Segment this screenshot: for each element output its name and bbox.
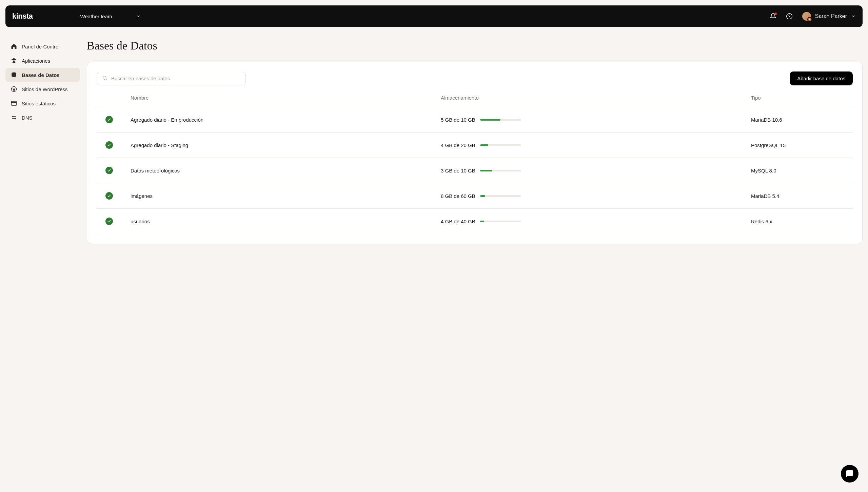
card-header: Añadir base de datos — [97, 71, 853, 85]
status-ok-icon — [105, 218, 113, 225]
db-name: usuarios — [131, 219, 441, 224]
svg-rect-4 — [12, 101, 17, 105]
db-type: MariaDB 5.4 — [751, 193, 853, 199]
storage-text: 3 GB de 10 GB — [441, 168, 475, 173]
sidebar-item-dashboard[interactable]: Panel de Control — [5, 39, 80, 54]
db-type: MySQL 8.0 — [751, 168, 853, 173]
sidebar-item-label: Bases de Datos — [22, 72, 60, 78]
progress-fill — [480, 170, 492, 171]
sidebar-item-label: Aplicaciones — [22, 58, 50, 64]
browser-icon — [11, 100, 17, 106]
topbar: kinsta Weather team Sarah Parker — [5, 5, 863, 27]
storage-cell: 4 GB de 20 GB — [441, 142, 751, 148]
storage-cell: 8 GB de 60 GB — [441, 193, 751, 199]
table-row[interactable]: Datos meteorológicos 3 GB de 10 GB MySQL… — [97, 158, 853, 183]
sidebar-item-label: Panel de Control — [22, 44, 60, 49]
page-title: Bases de Datos — [87, 39, 863, 52]
wordpress-icon — [11, 86, 17, 92]
svg-line-11 — [106, 79, 107, 80]
db-type: Redis 6.x — [751, 219, 853, 224]
svg-point-10 — [103, 76, 106, 79]
databases-table: Nombre Almacenamiento Tipo Agregado diar… — [97, 95, 853, 234]
col-type: Tipo — [751, 95, 853, 101]
sidebar-item-dns[interactable]: DNS — [5, 110, 80, 125]
table-header: Nombre Almacenamiento Tipo — [97, 95, 853, 107]
status-ok-icon — [105, 116, 113, 123]
search-input[interactable] — [111, 76, 240, 81]
add-database-button[interactable]: Añadir base de datos — [790, 71, 853, 85]
notification-dot-icon — [774, 13, 777, 15]
sidebar-item-label: Sitios estáticos — [22, 101, 56, 106]
sidebar-item-databases[interactable]: Bases de Datos — [5, 68, 80, 82]
storage-cell: 3 GB de 10 GB — [441, 168, 751, 173]
progress-bar — [480, 221, 521, 222]
sidebar-item-applications[interactable]: Aplicaciones — [5, 54, 80, 68]
team-selector[interactable]: Weather team — [80, 14, 141, 19]
user-menu[interactable]: Sarah Parker — [802, 12, 856, 21]
dns-icon — [11, 115, 17, 121]
storage-text: 4 GB de 20 GB — [441, 142, 475, 148]
col-name: Nombre — [131, 95, 441, 101]
table-row[interactable]: Agregado diario - Staging 4 GB de 20 GB … — [97, 132, 853, 158]
status-ok-icon — [105, 192, 113, 200]
notifications-button[interactable] — [770, 13, 776, 20]
avatar-badge-icon — [807, 17, 812, 22]
db-type: PostgreSQL 15 — [751, 142, 853, 148]
svg-point-0 — [786, 14, 792, 19]
table-row[interactable]: usuarios 4 GB de 40 GB Redis 6.x — [97, 209, 853, 234]
sidebar-item-label: Sitios de WordPress — [22, 86, 68, 92]
sidebar: Panel de Control Aplicaciones Bases de D… — [5, 33, 80, 251]
home-icon — [11, 43, 17, 49]
db-name: Datos meteorológicos — [131, 168, 441, 173]
help-button[interactable] — [786, 13, 793, 20]
col-storage: Almacenamiento — [441, 95, 751, 101]
avatar — [802, 12, 811, 21]
svg-point-8 — [12, 116, 13, 117]
sidebar-item-static-sites[interactable]: Sitios estáticos — [5, 96, 80, 110]
progress-bar — [480, 144, 521, 146]
progress-bar — [480, 170, 521, 171]
sidebar-item-wordpress[interactable]: Sitios de WordPress — [5, 82, 80, 96]
progress-bar — [480, 119, 521, 121]
progress-bar — [480, 195, 521, 197]
db-type: MariaDB 10.6 — [751, 117, 853, 123]
progress-fill — [480, 195, 486, 197]
progress-fill — [480, 221, 484, 222]
status-ok-icon — [105, 167, 113, 174]
databases-card: Añadir base de datos Nombre Almacenamien… — [87, 62, 863, 244]
layout: Panel de Control Aplicaciones Bases de D… — [0, 33, 868, 251]
progress-fill — [480, 144, 488, 146]
progress-fill — [480, 119, 500, 121]
search-box[interactable] — [97, 72, 246, 85]
team-name: Weather team — [80, 14, 112, 19]
status-ok-icon — [105, 141, 113, 149]
db-name: imágenes — [131, 193, 441, 199]
table-row[interactable]: Agregado diario - En producción 5 GB de … — [97, 107, 853, 132]
storage-cell: 5 GB de 10 GB — [441, 117, 751, 123]
storage-text: 4 GB de 40 GB — [441, 219, 475, 224]
main-content: Bases de Datos Añadir base de datos Nomb… — [80, 33, 863, 251]
database-icon — [11, 72, 17, 78]
logo[interactable]: kinsta — [12, 12, 33, 21]
chevron-down-icon — [851, 14, 856, 19]
topbar-right: Sarah Parker — [770, 12, 856, 21]
svg-point-9 — [15, 118, 16, 119]
db-name: Agregado diario - En producción — [131, 117, 441, 123]
layers-icon — [11, 58, 17, 64]
storage-text: 8 GB de 60 GB — [441, 193, 475, 199]
sidebar-item-label: DNS — [22, 115, 33, 121]
db-name: Agregado diario - Staging — [131, 142, 441, 148]
chevron-down-icon — [136, 14, 141, 19]
user-name: Sarah Parker — [815, 13, 847, 19]
table-row[interactable]: imágenes 8 GB de 60 GB MariaDB 5.4 — [97, 183, 853, 209]
storage-text: 5 GB de 10 GB — [441, 117, 475, 123]
storage-cell: 4 GB de 40 GB — [441, 219, 751, 224]
search-icon — [102, 76, 107, 82]
